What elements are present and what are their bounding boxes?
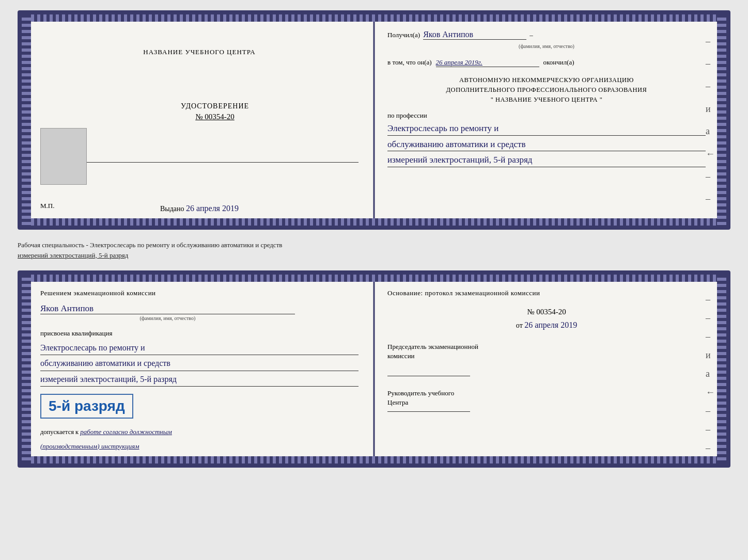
certify-date: 26 апреля 2019г. — [436, 58, 539, 67]
org-desc2: ДОПОЛНИТЕЛЬНОГО ПРОФЕССИОНАЛЬНОГО ОБРАЗО… — [387, 85, 706, 95]
qual-line1: Электрослесарь по ремонту и — [40, 341, 359, 355]
top-doc-right-page: Получил(а) Яков Антипов – (фамилия, имя,… — [373, 14, 726, 226]
received-label: Получил(а) — [387, 31, 420, 39]
director-title: Руководитель учебного Центра — [387, 389, 706, 407]
allowed-label: допускается к — [40, 428, 79, 436]
middle-text-block: Рабочая специальность - Электрослесарь п… — [18, 238, 730, 262]
org-desc1: АВТОНОМНУЮ НЕКОММЕРЧЕСКУЮ ОРГАНИЗАЦИЮ — [387, 75, 706, 85]
bottom-doc-left-page: Решением экаменационной комиссии Яков Ан… — [22, 275, 373, 463]
dash1: – — [529, 31, 533, 39]
chairman-title1: Председатель экзаменационной — [387, 342, 706, 351]
protocol-date: от 26 апреля 2019 — [387, 321, 706, 330]
fio-sub-bottom: (фамилия, имя, отчество) — [40, 315, 295, 321]
qual-line3: измерений электростанций, 5-й разряд — [40, 372, 359, 387]
cert-number: № 00354-20 — [71, 113, 359, 121]
rank-text: 5-й разряд — [49, 398, 125, 414]
fio-sublabel: (фамилия, имя, отчество) — [387, 43, 706, 49]
date-prefix: от — [516, 322, 523, 329]
issued-date: 26 апреля 2019 — [186, 204, 239, 213]
rank-box: 5-й разряд — [40, 394, 133, 419]
protocol-date-value: 26 апреля 2019 — [524, 321, 577, 329]
top-doc-left-page: НАЗВАНИЕ УЧЕБНОГО ЦЕНТРА УДОСТОВЕРЕНИЕ №… — [22, 14, 373, 226]
allowed-line: допускается к работе согласно должностны… — [40, 427, 359, 437]
issued-line: Выдано 26 апреля 2019 — [40, 204, 359, 213]
org-name-right: " НАЗВАНИЕ УЧЕБНОГО ЦЕНТРА " — [387, 95, 706, 105]
basis-title: Основание: протокол экзаменационной коми… — [387, 289, 706, 297]
middle-line2: измерений электростанций, 5-й разряд — [18, 251, 128, 259]
director-signature-line — [387, 411, 470, 412]
allowed-line2: (производственным) инструкциям — [40, 441, 359, 452]
allowed-text: работе согласно должностным — [80, 428, 172, 436]
protocol-number: № 00354-20 — [387, 308, 706, 316]
certify-text1: в том, что он(а) — [387, 58, 432, 67]
certified-block: АВТОНОМНУЮ НЕКОММЕРЧЕСКУЮ ОРГАНИЗАЦИЮ ДО… — [387, 75, 706, 104]
cert-title: УДОСТОВЕРЕНИЕ — [71, 102, 359, 110]
certify-line: в том, что он(а) 26 апреля 2019г. окончи… — [387, 58, 706, 67]
chairman-signature-line — [387, 376, 470, 376]
recipient-name: Яков Антипов — [423, 30, 526, 40]
qual-line2: обслуживанию автоматики и средств — [40, 356, 359, 371]
director-title1: Руководитель учебного — [387, 389, 706, 398]
right-dashes: –––иа←–– — [706, 14, 715, 226]
issued-label: Выдано — [160, 205, 184, 213]
profession-label: по профессии — [387, 111, 706, 120]
director-title2: Центра — [387, 398, 706, 407]
bottom-right-dashes: –––иа←–––– — [706, 275, 715, 463]
received-block: Получил(а) Яков Антипов – — [387, 30, 706, 42]
commission-title: Решением экаменационной комиссии — [40, 289, 359, 297]
profession-line1: Электрослесарь по ремонту и — [387, 122, 706, 136]
org-name-top-left: НАЗВАНИЕ УЧЕБНОГО ЦЕНТРА — [40, 43, 359, 61]
bottom-document-spread: Решением экаменационной комиссии Яков Ан… — [18, 270, 730, 468]
profession-line2: обслуживанию автоматики и средств — [387, 138, 706, 152]
profession-line3: измерений электростанций, 5-й разряд — [387, 153, 706, 167]
middle-line1: Рабочая специальность - Электрослесарь п… — [18, 241, 282, 249]
bottom-doc-right-page: Основание: протокол экзаменационной коми… — [373, 275, 726, 463]
top-document-spread: НАЗВАНИЕ УЧЕБНОГО ЦЕНТРА УДОСТОВЕРЕНИЕ №… — [18, 10, 730, 230]
chairman-title: Председатель экзаменационной комиссии — [387, 342, 706, 361]
mp-label: М.П. — [40, 202, 54, 210]
certify-text2: окончил(а) — [543, 58, 574, 67]
photo-placeholder — [40, 128, 87, 185]
person-name-bottom: Яков Антипов — [40, 303, 359, 314]
chairman-title2: комиссии — [387, 351, 706, 361]
allowed-text2: (производственным) инструкциям — [40, 442, 139, 450]
qualification-label: присвоена квалификация — [40, 329, 359, 338]
name-underline — [40, 314, 295, 314]
